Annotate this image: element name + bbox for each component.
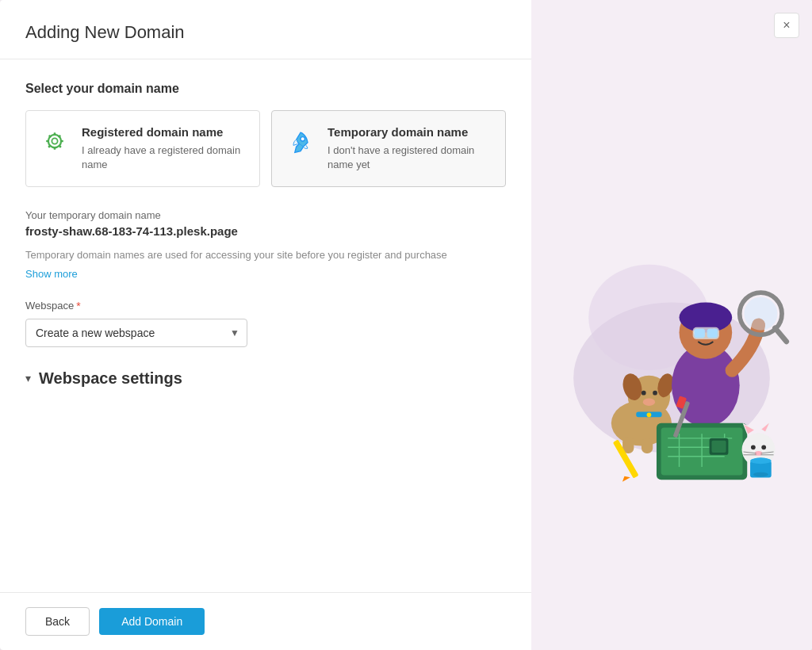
modal-left-panel: Adding New Domain Select your domain nam… xyxy=(0,0,531,650)
svg-rect-23 xyxy=(642,438,653,453)
modal-body: Select your domain name xyxy=(0,59,531,592)
required-indicator: * xyxy=(76,300,80,312)
close-button[interactable]: × xyxy=(774,13,799,38)
webspace-settings-chevron-icon: ▾ xyxy=(25,372,31,384)
svg-point-18 xyxy=(653,391,657,396)
domain-options-group: Registered domain name I already have a … xyxy=(25,110,506,187)
modal-right-panel: × xyxy=(531,0,812,650)
modal-container: Adding New Domain Select your domain nam… xyxy=(0,0,812,650)
temp-domain-label: Your temporary domain name xyxy=(25,209,506,221)
webspace-settings-title: Webspace settings xyxy=(39,369,182,388)
svg-line-36 xyxy=(775,328,786,342)
svg-rect-5 xyxy=(60,140,63,143)
webspace-label: Webspace * xyxy=(25,300,506,312)
svg-rect-33 xyxy=(707,329,718,338)
webspace-select-wrapper: Create a new webspace Use existing websp… xyxy=(25,319,247,347)
temp-domain-section: Your temporary domain name frosty-shaw.6… xyxy=(25,209,506,281)
back-button[interactable]: Back xyxy=(25,607,90,636)
registered-domain-title: Registered domain name xyxy=(82,125,247,139)
temporary-domain-desc: I don't have a registered domain name ye… xyxy=(327,143,492,172)
svg-point-21 xyxy=(647,412,652,417)
registered-domain-desc: I already have a registered domain name xyxy=(82,143,247,172)
svg-marker-48 xyxy=(621,474,630,482)
temporary-domain-icon xyxy=(285,125,316,157)
svg-point-65 xyxy=(753,472,768,477)
svg-rect-46 xyxy=(711,441,726,453)
svg-point-10 xyxy=(301,137,304,141)
illustration-svg xyxy=(553,166,791,484)
svg-rect-2 xyxy=(54,132,56,136)
registered-domain-icon xyxy=(39,125,71,157)
registered-domain-text: Registered domain name I already have a … xyxy=(82,125,247,172)
svg-rect-32 xyxy=(695,329,705,338)
svg-point-17 xyxy=(642,391,646,396)
modal-footer: Back Add Domain xyxy=(0,592,531,650)
svg-point-35 xyxy=(744,297,777,331)
svg-rect-4 xyxy=(46,140,49,143)
illustration xyxy=(553,166,791,484)
svg-point-1 xyxy=(52,138,57,143)
temporary-domain-option[interactable]: Temporary domain name I don't have a reg… xyxy=(271,110,506,187)
webspace-section: Webspace * Create a new webspace Use exi… xyxy=(25,300,506,347)
temporary-domain-text: Temporary domain name I don't have a reg… xyxy=(327,125,492,172)
show-more-button[interactable]: Show more xyxy=(25,268,78,280)
svg-point-57 xyxy=(761,445,766,449)
svg-point-64 xyxy=(750,458,772,465)
modal-header: Adding New Domain xyxy=(0,0,531,59)
add-domain-button[interactable]: Add Domain xyxy=(99,608,205,635)
temp-domain-description: Temporary domain names are used for acce… xyxy=(25,247,506,263)
webspace-settings-toggle[interactable]: ▾ Webspace settings xyxy=(25,369,506,388)
webspace-label-text: Webspace xyxy=(25,300,74,312)
temporary-domain-title: Temporary domain name xyxy=(327,125,492,139)
svg-rect-3 xyxy=(54,147,56,150)
svg-point-19 xyxy=(643,398,655,406)
registered-domain-option[interactable]: Registered domain name I already have a … xyxy=(25,110,260,187)
modal-title: Adding New Domain xyxy=(25,22,506,43)
svg-point-56 xyxy=(751,445,756,449)
webspace-settings-section: ▾ Webspace settings xyxy=(25,369,506,388)
domain-select-section-label: Select your domain name xyxy=(25,82,506,96)
webspace-select[interactable]: Create a new webspace Use existing websp… xyxy=(25,319,247,347)
temp-domain-value: frosty-shaw.68-183-74-113.plesk.page xyxy=(25,224,506,238)
